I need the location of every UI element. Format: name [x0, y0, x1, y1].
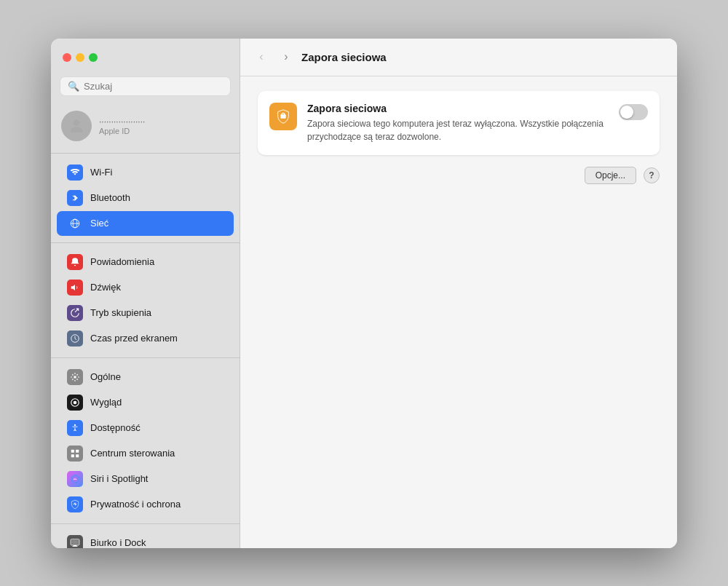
- page-title: Zapora sieciowa: [301, 51, 387, 63]
- sidebar-item-siri[interactable]: Siri i Spotlight: [57, 467, 234, 491]
- firewall-text: Zapora sieciowa Zapora sieciowa tego kom…: [307, 103, 609, 143]
- sidebar-item-bluetooth[interactable]: Bluetooth: [57, 186, 234, 210]
- app-window: 🔍 ··················· Apple ID: [51, 39, 677, 548]
- search-bar[interactable]: 🔍: [60, 76, 231, 96]
- svg-marker-4: [71, 284, 75, 290]
- sidebar-group-1: Wi-Fi Bluetooth: [51, 157, 240, 239]
- sidebar-item-wifi[interactable]: Wi-Fi: [57, 160, 234, 185]
- firewall-toggle[interactable]: [619, 104, 648, 120]
- back-button[interactable]: ‹: [252, 50, 271, 64]
- sidebar-item-network[interactable]: Sieć: [57, 211, 234, 236]
- focus-icon: [67, 305, 83, 321]
- maximize-button[interactable]: [89, 53, 98, 62]
- sidebar-item-bluetooth-label: Bluetooth: [90, 192, 130, 203]
- divider-3: [51, 357, 240, 358]
- firewall-description: Zapora sieciowa tego komputera jest tera…: [307, 117, 609, 143]
- sidebar-item-network-label: Sieć: [90, 218, 108, 229]
- desktop-icon: [67, 535, 83, 548]
- sidebar-item-screentime[interactable]: Czas przed ekranem: [57, 326, 234, 351]
- close-button[interactable]: [63, 53, 71, 62]
- search-input[interactable]: [84, 81, 223, 92]
- bottom-controls: Opcje... ?: [258, 167, 660, 184]
- sidebar-item-general-label: Ogólne: [90, 371, 121, 382]
- sidebar-item-desktop[interactable]: Biurko i Dock: [57, 531, 234, 548]
- search-icon: 🔍: [68, 81, 79, 92]
- svg-rect-21: [280, 114, 285, 119]
- apple-id-section[interactable]: ··················· Apple ID: [51, 105, 240, 150]
- sidebar-item-notifications-label: Powiadomienia: [90, 256, 154, 267]
- screentime-icon: [67, 330, 83, 347]
- sidebar-group-3: Ogólne Wygląd: [51, 361, 240, 520]
- sidebar-group-2: Powiadomienia Dźwięk: [51, 246, 240, 355]
- wifi-icon: [67, 165, 83, 181]
- sidebar-item-desktop-label: Biurko i Dock: [90, 537, 146, 548]
- sidebar-item-screentime-label: Czas przed ekranem: [90, 333, 178, 344]
- sound-icon: [67, 280, 83, 296]
- sidebar-item-sound-label: Dźwięk: [90, 282, 121, 293]
- sidebar-item-accessibility-label: Dostępność: [90, 422, 141, 433]
- sidebar-item-privacy-label: Prywatność i ochrona: [90, 499, 181, 510]
- help-button[interactable]: ?: [644, 167, 660, 183]
- sidebar-item-focus-label: Tryb skupienia: [90, 307, 151, 318]
- apple-id-info: ··················· Apple ID: [99, 116, 145, 135]
- svg-point-0: [74, 119, 80, 126]
- svg-rect-17: [74, 545, 77, 545]
- sidebar-group-4: Biurko i Dock Wyświetlacze: [51, 527, 240, 548]
- accessibility-icon: [67, 420, 83, 436]
- svg-point-9: [74, 424, 76, 425]
- general-icon: [67, 369, 83, 385]
- firewall-icon: [269, 103, 297, 130]
- sidebar-item-focus[interactable]: Tryb skupienia: [57, 301, 234, 325]
- sidebar-titlebar: [51, 39, 240, 76]
- svg-rect-16: [71, 539, 78, 544]
- svg-point-8: [74, 400, 77, 404]
- siri-icon: [67, 471, 83, 487]
- sidebar-item-notifications[interactable]: Powiadomienia: [57, 250, 234, 274]
- control-icon: [67, 446, 83, 462]
- sidebar-content: Wi-Fi Bluetooth: [51, 157, 240, 548]
- divider-1: [51, 153, 240, 154]
- svg-rect-10: [71, 449, 74, 452]
- toggle-knob: [620, 106, 633, 119]
- sidebar-item-control[interactable]: Centrum sterowania: [57, 441, 234, 466]
- network-icon: [67, 215, 83, 231]
- sidebar-item-sound[interactable]: Dźwięk: [57, 275, 234, 300]
- sidebar-item-siri-label: Siri i Spotlight: [90, 473, 148, 484]
- svg-rect-12: [71, 454, 74, 457]
- svg-point-6: [74, 376, 76, 379]
- firewall-card: Zapora sieciowa Zapora sieciowa tego kom…: [258, 91, 660, 155]
- divider-4: [51, 523, 240, 524]
- forward-button[interactable]: ›: [277, 50, 296, 64]
- bluetooth-icon: [67, 190, 83, 206]
- notifications-icon: [67, 254, 83, 270]
- svg-rect-13: [76, 454, 79, 457]
- main-content: ‹ › Zapora sieciowa Zapora sieciowa Zapo…: [240, 39, 677, 548]
- traffic-lights: [63, 53, 98, 62]
- sidebar-item-control-label: Centrum sterowania: [90, 448, 175, 459]
- divider-2: [51, 242, 240, 243]
- main-titlebar: ‹ › Zapora sieciowa: [240, 39, 677, 76]
- sidebar: 🔍 ··················· Apple ID: [51, 39, 240, 548]
- apple-id-name: ···················: [99, 116, 145, 127]
- sidebar-item-appearance-label: Wygląd: [90, 397, 122, 408]
- svg-rect-11: [76, 449, 79, 452]
- privacy-icon: [67, 496, 83, 512]
- sidebar-item-accessibility[interactable]: Dostępność: [57, 416, 234, 440]
- options-button[interactable]: Opcje...: [585, 167, 636, 184]
- sidebar-item-appearance[interactable]: Wygląd: [57, 390, 234, 415]
- avatar: [61, 111, 92, 141]
- sidebar-item-general[interactable]: Ogólne: [57, 365, 234, 389]
- firewall-title: Zapora sieciowa: [307, 103, 609, 114]
- apple-id-label: Apple ID: [99, 127, 145, 135]
- minimize-button[interactable]: [76, 53, 84, 62]
- sidebar-item-wifi-label: Wi-Fi: [90, 167, 112, 178]
- svg-rect-18: [73, 546, 78, 547]
- appearance-icon: [67, 395, 83, 411]
- main-body: Zapora sieciowa Zapora sieciowa tego kom…: [240, 76, 677, 548]
- sidebar-item-privacy[interactable]: Prywatność i ochrona: [57, 492, 234, 517]
